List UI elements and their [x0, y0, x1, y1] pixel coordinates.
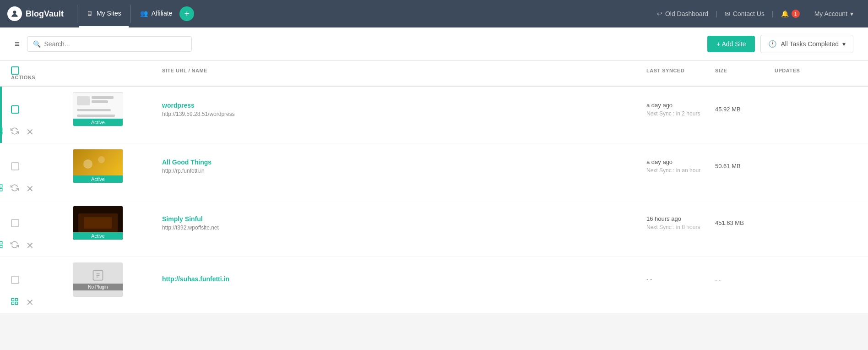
nav-divider-1 [77, 5, 77, 23]
row-highlight [0, 87, 2, 143]
header-select [11, 66, 34, 75]
old-dashboard-icon: ↩ [657, 10, 662, 17]
site-info: Simply Sinful http://t392.wpoffsite.net [162, 215, 646, 231]
dashboard-icon[interactable] [0, 241, 3, 251]
nav-divider-2 [130, 5, 131, 23]
actions-cell: ✕ [11, 297, 34, 308]
next-sync: Next Sync : in an hour [646, 167, 715, 174]
site-thumbnail: Active [73, 206, 123, 240]
chevron-down-icon: ▾ [850, 10, 853, 17]
search-icon: 🔍 [33, 40, 41, 48]
site-url: http://t392.wpoffsite.net [162, 224, 646, 231]
close-icon[interactable]: ✕ [26, 240, 34, 251]
sync-info: a day ago Next Sync : in an hour [646, 159, 715, 174]
search-box: 🔍 [27, 36, 192, 52]
site-info: wordpress http://139.59.28.51/wordpress [162, 102, 646, 117]
site-name[interactable]: Simply Sinful [162, 215, 646, 223]
nav-item-affiliate[interactable]: 👥 Affiliate [133, 0, 180, 27]
site-name[interactable]: All Good Things [162, 159, 646, 166]
row-checkbox[interactable] [11, 219, 19, 227]
sync-info: a day ago Next Sync : in 2 hours [646, 102, 715, 117]
dashboard-icon[interactable] [11, 297, 19, 308]
clock-icon: 🕐 [768, 40, 777, 48]
contact-us-link[interactable]: ✉ Contact Us [717, 10, 772, 17]
site-size: 45.92 MB [715, 106, 775, 113]
thumbnail-cell: Active [34, 149, 162, 183]
table-row: Active Simply Sinful http://t392.wpoffsi… [0, 200, 868, 257]
brand: BlogVault [7, 6, 71, 21]
search-input[interactable] [44, 40, 186, 48]
brand-icon [7, 6, 22, 21]
sync-icon[interactable] [11, 184, 19, 194]
site-info: http://suhas.funfetti.in [162, 275, 646, 284]
site-size: 50.61 MB [715, 163, 775, 170]
notification-badge: 1 [792, 10, 800, 18]
row-select [11, 105, 34, 114]
header-size: SIZE [715, 68, 775, 73]
site-size: 451.63 MB [715, 219, 775, 226]
bell-icon: 🔔 [781, 10, 789, 17]
all-tasks-button[interactable]: 🕐 All Tasks Completed ▾ [760, 35, 853, 53]
svg-point-0 [13, 11, 16, 14]
site-url: http://139.59.28.51/wordpress [162, 111, 646, 117]
old-dashboard-link[interactable]: ↩ Old Dashboard [650, 10, 716, 17]
svg-rect-15 [16, 298, 18, 301]
row-select [11, 276, 34, 284]
thumbnail-cell: Active [34, 92, 162, 126]
thumbnail-cell: Active [34, 206, 162, 240]
sync-info: - - [646, 275, 715, 284]
monitor-icon: 🖥 [87, 10, 93, 17]
row-checkbox[interactable] [11, 162, 19, 170]
brand-name: BlogVault [26, 9, 64, 19]
toolbar: ≡ 🔍 + Add Site 🕐 All Tasks Completed ▾ [0, 27, 868, 61]
last-synced: - - [646, 275, 715, 282]
table-row: No Plugin http://suhas.funfetti.in - - -… [0, 257, 868, 314]
old-dashboard-label: Old Dashboard [665, 10, 708, 17]
header-site-url-name: SITE URL / NAME [162, 68, 646, 73]
thumbnail-cell: No Plugin [34, 262, 162, 297]
site-name[interactable]: wordpress [162, 102, 646, 109]
header-updates: UPDATES [775, 68, 857, 73]
actions-cell: ✕ [11, 240, 34, 251]
sync-info: 16 hours ago Next Sync : in 8 hours [646, 215, 715, 230]
status-badge: Active [73, 232, 123, 240]
site-thumbnail: No Plugin [73, 262, 123, 297]
dashboard-icon[interactable] [0, 184, 3, 194]
sync-icon[interactable] [11, 241, 19, 251]
svg-rect-6 [0, 185, 2, 187]
site-thumbnail: Active [73, 92, 123, 126]
sync-icon[interactable] [11, 127, 19, 137]
svg-rect-14 [11, 298, 14, 301]
filter-icon[interactable]: ≡ [15, 39, 20, 49]
mail-icon: ✉ [725, 10, 730, 17]
next-sync: Next Sync : in 2 hours [646, 110, 715, 117]
close-icon[interactable]: ✕ [26, 183, 34, 194]
nav-add-button[interactable]: + [179, 6, 194, 21]
table-row: Active All Good Things http://rp.funfett… [0, 143, 868, 200]
last-synced: a day ago [646, 159, 715, 165]
add-site-button[interactable]: + Add Site [707, 36, 755, 52]
nav-right: ↩ Old Dashboard | ✉ Contact Us | 🔔 1 My … [650, 10, 861, 18]
nav-label-affiliate: Affiliate [152, 10, 173, 17]
my-account-label: My Account [814, 10, 847, 17]
svg-rect-17 [16, 302, 18, 304]
notifications-button[interactable]: 🔔 1 [774, 10, 807, 18]
close-icon[interactable]: ✕ [26, 126, 34, 137]
site-url: http://rp.funfetti.in [162, 168, 646, 174]
tasks-chevron-icon: ▾ [842, 40, 846, 48]
navbar: BlogVault 🖥 My Sites 👥 Affiliate + ↩ Old… [0, 0, 868, 27]
status-badge: Active [73, 175, 123, 183]
sites-table: SITE URL / NAME LAST SYNCED SIZE UPDATES… [0, 61, 868, 314]
actions-cell: ✕ [11, 126, 34, 137]
select-all-checkbox[interactable] [11, 66, 19, 75]
no-plugin-badge: No Plugin [73, 284, 123, 290]
table-row: Active wordpress http://139.59.28.51/wor… [0, 87, 868, 143]
nav-item-my-sites[interactable]: 🖥 My Sites [79, 0, 129, 27]
last-synced: 16 hours ago [646, 215, 715, 222]
row-checkbox[interactable] [11, 105, 19, 114]
close-icon[interactable]: ✕ [26, 297, 34, 308]
row-checkbox[interactable] [11, 276, 19, 284]
site-url-as-name[interactable]: http://suhas.funfetti.in [162, 275, 646, 283]
row-select [11, 219, 34, 227]
my-account-button[interactable]: My Account ▾ [807, 10, 861, 17]
